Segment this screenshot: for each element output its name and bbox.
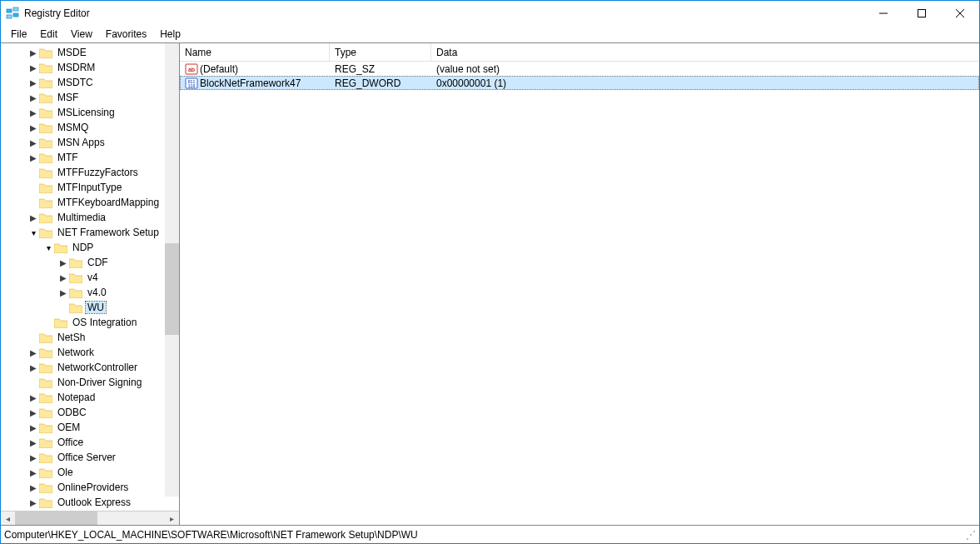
tree-node-networkcontroller[interactable]: ▶NetworkController — [4, 360, 179, 375]
tree-node-ndp[interactable]: ▾NDP — [4, 240, 179, 255]
tree-vscrollbar[interactable] — [165, 43, 179, 497]
list-header: Name Type Data — [180, 43, 979, 62]
value-data: 0x00000001 (1) — [431, 77, 664, 89]
tree-node-officeserver[interactable]: ▶Office Server — [4, 450, 179, 465]
tree-node-cdf[interactable]: ▶CDF — [4, 255, 179, 270]
maximize-button[interactable] — [903, 1, 941, 26]
menu-favorites[interactable]: Favorites — [99, 27, 153, 42]
hscroll-thumb[interactable] — [15, 512, 97, 525]
scroll-right-button[interactable]: ▸ — [165, 512, 179, 525]
tree-node-msmq[interactable]: ▶MSMQ — [4, 120, 179, 135]
tree-node-odbc[interactable]: ▶ODBC — [4, 405, 179, 420]
chevron-right-icon[interactable]: ▶ — [27, 393, 39, 402]
resize-grip-icon[interactable]: ⋰ — [966, 529, 976, 541]
tree-node-msnapps[interactable]: ▶MSN Apps — [4, 135, 179, 150]
tree-node-msde[interactable]: ▶MSDE — [4, 45, 179, 60]
chevron-right-icon[interactable]: ▶ — [27, 468, 39, 477]
tree-label: ODBC — [56, 407, 88, 418]
chevron-right-icon[interactable]: ▶ — [27, 363, 39, 372]
menu-help[interactable]: Help — [153, 27, 187, 42]
tree-node-v4[interactable]: ▶v4 — [4, 270, 179, 285]
chevron-right-icon[interactable]: ▶ — [27, 453, 39, 462]
titlebar[interactable]: Registry Editor — [1, 1, 979, 26]
folder-icon — [39, 77, 52, 88]
tree-node-netsh[interactable]: NetSh — [4, 330, 179, 345]
column-header-type[interactable]: Type — [330, 43, 431, 61]
folder-icon — [54, 317, 67, 328]
tree-label: MSDTC — [56, 77, 95, 88]
list-row-blocknetframework47[interactable]: 011110 BlockNetFramework47 REG_DWORD 0x0… — [180, 76, 979, 90]
list-row-default[interactable]: ab (Default) REG_SZ (value not set) — [180, 62, 979, 76]
tree-node-wu[interactable]: WU — [4, 300, 179, 315]
list-body[interactable]: ab (Default) REG_SZ (value not set) 0111… — [180, 62, 979, 525]
value-name: (Default) — [200, 63, 238, 75]
chevron-right-icon[interactable]: ▶ — [27, 108, 39, 117]
tree-node-oem[interactable]: ▶OEM — [4, 420, 179, 435]
tree-label: v4.0 — [86, 287, 108, 298]
tree-node-onlineproviders[interactable]: ▶OnlineProviders — [4, 480, 179, 495]
tree[interactable]: ▶MSDE ▶MSDRM ▶MSDTC ▶MSF ▶MSLicensing ▶M… — [1, 43, 179, 511]
folder-icon — [39, 467, 52, 478]
tree-node-ole[interactable]: ▶Ole — [4, 465, 179, 480]
tree-node-netframework[interactable]: ▾NET Framework Setup — [4, 225, 179, 240]
hscroll-track[interactable] — [15, 512, 165, 525]
tree-node-outlookexpress[interactable]: ▶Outlook Express — [4, 495, 179, 510]
tree-vscroll-thumb[interactable] — [165, 243, 179, 335]
chevron-right-icon[interactable]: ▶ — [57, 273, 69, 282]
chevron-right-icon[interactable]: ▶ — [27, 63, 39, 72]
chevron-right-icon[interactable]: ▶ — [27, 153, 39, 162]
tree-node-office[interactable]: ▶Office — [4, 435, 179, 450]
folder-icon — [69, 257, 82, 268]
chevron-down-icon[interactable]: ▾ — [42, 243, 54, 252]
folder-icon — [69, 302, 82, 313]
chevron-right-icon[interactable]: ▶ — [27, 408, 39, 417]
tree-label: Notepad — [56, 392, 97, 403]
tree-node-notepad[interactable]: ▶Notepad — [4, 390, 179, 405]
tree-node-v40[interactable]: ▶v4.0 — [4, 285, 179, 300]
folder-icon — [39, 212, 52, 223]
tree-node-mtfkeyboard[interactable]: MTFKeyboardMapping — [4, 195, 179, 210]
app-icon — [6, 7, 19, 20]
chevron-down-icon[interactable]: ▾ — [27, 228, 39, 237]
tree-hscrollbar[interactable]: ◂ ▸ — [1, 511, 179, 525]
chevron-right-icon[interactable]: ▶ — [27, 123, 39, 132]
chevron-right-icon[interactable]: ▶ — [27, 483, 39, 492]
chevron-right-icon[interactable]: ▶ — [27, 423, 39, 432]
close-button[interactable] — [941, 1, 979, 26]
reg-sz-icon: ab — [185, 62, 198, 76]
minimize-button[interactable] — [864, 1, 903, 26]
scroll-left-button[interactable]: ◂ — [1, 512, 15, 525]
menubar: File Edit View Favorites Help — [1, 26, 979, 42]
menu-view[interactable]: View — [64, 27, 99, 42]
tree-node-msf[interactable]: ▶MSF — [4, 90, 179, 105]
tree-scroll[interactable]: ▶MSDE ▶MSDRM ▶MSDTC ▶MSF ▶MSLicensing ▶M… — [1, 43, 179, 511]
tree-label: MSDE — [56, 47, 88, 58]
tree-node-network[interactable]: ▶Network — [4, 345, 179, 360]
tree-node-nondriversigning[interactable]: Non-Driver Signing — [4, 375, 179, 390]
chevron-right-icon[interactable]: ▶ — [27, 498, 39, 507]
tree-node-msdtc[interactable]: ▶MSDTC — [4, 75, 179, 90]
chevron-right-icon[interactable]: ▶ — [57, 258, 69, 267]
tree-node-msdrm[interactable]: ▶MSDRM — [4, 60, 179, 75]
column-header-name[interactable]: Name — [180, 43, 330, 61]
tree-node-mtffuzzy[interactable]: MTFFuzzyFactors — [4, 165, 179, 180]
chevron-right-icon[interactable]: ▶ — [27, 48, 39, 57]
chevron-right-icon[interactable]: ▶ — [27, 348, 39, 357]
close-icon — [956, 9, 964, 17]
tree-node-mtfinput[interactable]: MTFInputType — [4, 180, 179, 195]
chevron-right-icon[interactable]: ▶ — [27, 138, 39, 147]
folder-icon — [69, 272, 82, 283]
menu-edit[interactable]: Edit — [33, 27, 64, 42]
tree-node-mslicensing[interactable]: ▶MSLicensing — [4, 105, 179, 120]
chevron-right-icon[interactable]: ▶ — [27, 93, 39, 102]
chevron-right-icon[interactable]: ▶ — [27, 78, 39, 87]
value-type: REG_SZ — [330, 63, 431, 75]
tree-node-multimedia[interactable]: ▶Multimedia — [4, 210, 179, 225]
menu-file[interactable]: File — [4, 27, 33, 42]
chevron-right-icon[interactable]: ▶ — [27, 213, 39, 222]
column-header-data[interactable]: Data — [431, 43, 664, 61]
tree-node-mtf[interactable]: ▶MTF — [4, 150, 179, 165]
chevron-right-icon[interactable]: ▶ — [27, 438, 39, 447]
chevron-right-icon[interactable]: ▶ — [57, 288, 69, 297]
tree-node-osintegration[interactable]: OS Integration — [4, 315, 179, 330]
